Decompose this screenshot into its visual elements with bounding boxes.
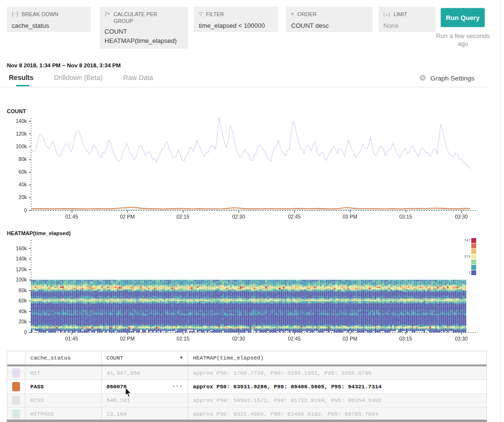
heatmap-chart[interactable] <box>0 237 488 342</box>
legend-value-label: 747 <box>464 238 470 242</box>
table-header-row: cache_status COUNT ▼ HEATMAP(time_elapse… <box>7 351 486 364</box>
limit-icon: |↔| <box>383 11 390 18</box>
sort-desc-icon[interactable]: ▼ <box>180 356 183 361</box>
panel-edge <box>500 0 501 422</box>
gear-icon: ⚙ <box>419 74 426 82</box>
legend-row: 374 <box>464 254 476 259</box>
table-row-pass[interactable]: PASS860078•••approx P50: 63931.9286, P90… <box>7 380 486 394</box>
cache-status-cell[interactable]: HIT <box>25 366 102 380</box>
count-cell[interactable]: 41,997,950 <box>102 366 188 380</box>
clause-break-down[interactable]: {··} BREAK DOWN cache_status <box>7 7 91 32</box>
heatmap-stats-cell[interactable]: approx P50: 58593.1572, P90: 91722.9184,… <box>188 394 486 407</box>
clause-order[interactable]: ≡ ORDER COUNT desc <box>286 7 373 32</box>
tab-drilldown[interactable]: Drilldown (Beta) <box>54 74 103 81</box>
table-row-hitpass[interactable]: HITPASS22,164approx P50: 9321.4866, P90:… <box>7 407 486 421</box>
column-header-count[interactable]: COUNT ▼ <box>102 351 188 364</box>
legend-row <box>464 259 476 264</box>
results-table: cache_status COUNT ▼ HEATMAP(time_elapse… <box>7 351 487 422</box>
heatmap-legend: 7473741 <box>464 238 476 275</box>
function-icon: ƒ× <box>105 11 110 18</box>
legend-value-label: 374 <box>464 254 470 259</box>
column-header-heatmap[interactable]: HEATMAP(time_elapsed) <box>188 351 486 364</box>
count-value: 22,164 <box>106 411 126 417</box>
legend-row <box>464 248 476 254</box>
tab-raw-data[interactable]: Raw Data <box>123 74 153 81</box>
swatch-column-header <box>7 351 25 364</box>
cache-status-cell[interactable]: MISS <box>25 394 102 407</box>
run-query-button[interactable]: Run Query <box>441 8 485 27</box>
count-chart-title: COUNT <box>7 108 26 114</box>
legend-row <box>464 264 476 270</box>
table-row-hit[interactable]: HIT41,997,950approx P50: 1766.7739, P90:… <box>7 366 486 380</box>
clause-value: COUNT desc <box>291 21 368 30</box>
legend-color-swatch <box>471 260 476 264</box>
heatmap-stats-cell[interactable]: approx P50: 1766.7739, P90: 3180.1931, P… <box>188 366 486 380</box>
results-tabs: Results Drilldown (Beta) Raw Data <box>9 74 153 81</box>
heatmap-stats-cell[interactable]: approx P50: 63931.9286, P90: 89486.5605,… <box>188 380 486 393</box>
legend-color-swatch <box>471 249 476 254</box>
legend-row: 747 <box>464 238 476 243</box>
clause-label: ≡ ORDER <box>291 11 368 18</box>
clause-label: {··} BREAK DOWN <box>12 11 86 18</box>
table-body: HIT41,997,950approx P50: 1766.7739, P90:… <box>7 366 486 421</box>
legend-color-swatch <box>471 254 476 259</box>
series-swatch[interactable] <box>12 368 20 378</box>
legend-color-swatch <box>471 243 476 248</box>
series-swatch[interactable] <box>12 396 20 405</box>
clause-value: HEATMAP(time_elapsed) <box>105 36 183 45</box>
table-row-miss[interactable]: MISS546,201approx P50: 58593.1572, P90: … <box>7 394 486 407</box>
tabs-divider <box>0 87 488 87</box>
count-cell[interactable]: 546,201 <box>102 394 188 407</box>
time-range-label[interactable]: Nov 8 2018, 1:34 PM − Nov 8 2018, 3:34 P… <box>7 62 121 68</box>
clause-label: ƒ× CALCULATE PER GROUP <box>105 11 173 24</box>
heatmap-chart-title: HEATMAP(time_elapsed) <box>7 230 71 236</box>
table-bottom-bar <box>7 420 487 422</box>
graph-settings-button[interactable]: ⚙ Graph Settings <box>419 74 474 82</box>
clause-value: COUNT <box>105 27 183 36</box>
clause-calculate-per-group[interactable]: ƒ× CALCULATE PER GROUP COUNT HEATMAP(tim… <box>100 7 188 49</box>
count-line-chart[interactable] <box>0 115 488 220</box>
legend-row: 1 <box>464 270 476 275</box>
clause-limit[interactable]: |↔| LIMIT None <box>378 7 436 32</box>
series-swatch[interactable] <box>12 409 20 419</box>
funnel-icon: ▽ <box>199 11 203 18</box>
sort-icon: ≡ <box>291 11 294 18</box>
clause-filter[interactable]: ▽ FILTER time_elapsed < 100000 <box>194 7 278 32</box>
cache-status-cell[interactable]: PASS <box>25 380 102 393</box>
series-swatch[interactable] <box>12 382 20 391</box>
count-cell[interactable]: 22,164 <box>102 407 188 421</box>
count-value: 860078 <box>106 383 126 390</box>
active-tab-underline <box>16 85 29 86</box>
braces-icon: {··} <box>12 11 18 18</box>
row-menu-icon[interactable]: ••• <box>172 384 183 389</box>
last-run-status: Run a few seconds ago <box>433 32 493 48</box>
count-value: 41,997,950 <box>106 370 140 376</box>
clause-label: ▽ FILTER <box>199 11 273 18</box>
legend-value-label: 1 <box>468 270 470 275</box>
legend-color-swatch <box>471 238 476 243</box>
count-cell[interactable]: 860078••• <box>102 380 188 393</box>
cache-status-cell[interactable]: HITPASS <box>25 407 102 421</box>
column-header-cache-status[interactable]: cache_status <box>25 351 102 364</box>
clause-label: |↔| LIMIT <box>383 11 431 18</box>
tab-results[interactable]: Results <box>9 74 34 81</box>
clause-value: time_elapsed < 100000 <box>199 21 273 30</box>
clause-value: None <box>383 21 431 30</box>
legend-color-swatch <box>471 270 476 275</box>
legend-color-swatch <box>471 265 476 270</box>
heatmap-stats-cell[interactable]: approx P50: 9321.4866, P90: 81489.0192, … <box>188 407 486 421</box>
query-results-page: {··} BREAK DOWN cache_status ƒ× CALCULAT… <box>0 0 504 422</box>
count-value: 546,201 <box>106 397 130 403</box>
legend-row <box>464 243 476 248</box>
clause-value: cache_status <box>12 21 86 30</box>
